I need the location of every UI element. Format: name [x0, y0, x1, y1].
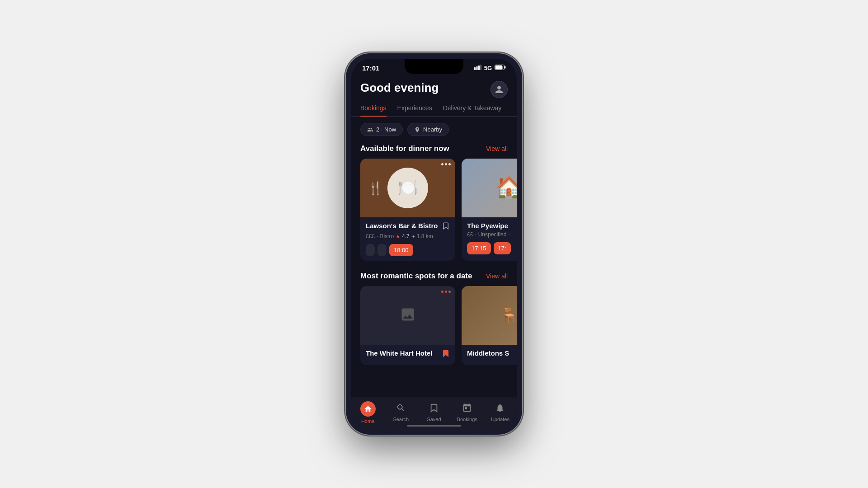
- dinner-section-header: Available for dinner now View all: [351, 142, 517, 159]
- main-content: Good evening Bookings Experiences Delive…: [351, 74, 517, 429]
- svg-rect-2: [478, 66, 480, 70]
- lawsons-plate: [387, 168, 428, 208]
- party-filter-label: 2 · Now: [376, 126, 396, 133]
- pyewipe-price: ££: [467, 231, 473, 238]
- middletons-body: Middletons S: [462, 345, 517, 363]
- lawsons-name-row: Lawson's Bar & Bistro: [366, 222, 450, 231]
- pyewipe-name-row: The Pyewipe: [467, 222, 517, 230]
- location-filter[interactable]: Nearby: [407, 123, 449, 136]
- romantic-section-header: Most romantic spots for a date View all: [351, 270, 517, 286]
- lawsons-star: ★: [396, 234, 400, 239]
- nav-updates-label: Updates: [491, 417, 509, 422]
- home-icon-container: [360, 401, 376, 417]
- tab-experiences[interactable]: Experiences: [397, 104, 432, 116]
- svg-rect-1: [476, 66, 477, 70]
- search-icon: [396, 403, 406, 413]
- tab-delivery[interactable]: Delivery & Takeaway: [443, 104, 502, 116]
- pyewipe-time-1[interactable]: 17:15: [467, 242, 491, 254]
- network-label: 5G: [484, 65, 492, 71]
- filter-chips: 2 · Now Nearby: [351, 117, 517, 142]
- status-time: 17:01: [362, 64, 379, 72]
- whitehart-image: [360, 286, 455, 345]
- nav-bookings[interactable]: Bookings: [451, 403, 484, 425]
- svg-rect-6: [495, 66, 503, 70]
- lawsons-image: 🍴: [360, 159, 455, 217]
- lawsons-bookmark[interactable]: [442, 222, 450, 231]
- home-indicator: [407, 425, 461, 427]
- dinner-section-title: Available for dinner now: [360, 144, 449, 153]
- lawsons-rating: 4.7: [402, 233, 410, 239]
- pyewipe-time-2[interactable]: 17:: [494, 242, 511, 254]
- whitehart-more-dots[interactable]: [441, 291, 451, 293]
- lawsons-category: Bistro: [380, 233, 394, 239]
- bookings-icon: [462, 403, 472, 413]
- romantic-section-title: Most romantic spots for a date: [360, 272, 472, 281]
- updates-icon: [495, 403, 505, 413]
- pyewipe-times: 17:15 17:: [467, 242, 517, 254]
- status-icons: 5G: [474, 65, 506, 71]
- fork-knife-icon: 🍴: [368, 181, 383, 196]
- home-icon: [364, 405, 372, 413]
- search-icon-container: [396, 403, 406, 415]
- pyewipe-category: Unspecified: [478, 231, 507, 238]
- notch: [405, 59, 463, 74]
- phone-frame: 17:01 5G Good evening: [346, 53, 522, 435]
- people-icon: [367, 127, 373, 133]
- lawsons-time-2[interactable]: [377, 244, 387, 256]
- nav-saved[interactable]: Saved: [417, 403, 450, 425]
- nav-saved-label: Saved: [427, 417, 441, 422]
- pyewipe-name: The Pyewipe: [467, 222, 508, 230]
- middletons-name: Middletons S: [467, 349, 509, 357]
- nav-home[interactable]: Home: [351, 401, 384, 427]
- phone-screen: 17:01 5G Good evening: [351, 59, 517, 429]
- whitehart-name-row: The White Hart Hotel: [366, 349, 450, 359]
- middletons-image: 🪑: [462, 286, 517, 345]
- updates-icon-container: [495, 403, 505, 415]
- pyewipe-meta: ££ · Unspecified ·: [467, 231, 517, 238]
- romantic-cards-row: The White Hart Hotel 🪑: [351, 286, 517, 374]
- signal-icon: [474, 65, 481, 71]
- nav-updates[interactable]: Updates: [484, 403, 517, 425]
- lawsons-times: 18:00: [366, 244, 450, 256]
- nav-search[interactable]: Search: [384, 403, 417, 425]
- image-placeholder-icon: [400, 306, 416, 324]
- profile-button[interactable]: [491, 81, 508, 98]
- romantic-view-all[interactable]: View all: [486, 272, 508, 280]
- header: Good evening: [351, 74, 517, 98]
- greeting-text: Good evening: [360, 81, 439, 95]
- saved-icon: [429, 403, 439, 413]
- middletons-card[interactable]: 🪑 Middletons S: [462, 286, 517, 365]
- location-icon: [414, 127, 420, 133]
- nav-home-label: Home: [361, 418, 374, 424]
- dinner-view-all[interactable]: View all: [486, 145, 508, 152]
- pyewipe-image: 🏠: [462, 159, 517, 217]
- whitehart-name: The White Hart Hotel: [366, 349, 433, 357]
- lawsons-time-3[interactable]: 18:00: [389, 244, 413, 256]
- lawsons-price: £££: [366, 233, 375, 239]
- lawsons-card[interactable]: 🍴 Lawson's Bar & Bistro: [360, 159, 455, 261]
- nav-tabs: Bookings Experiences Delivery & Takeaway: [351, 98, 517, 117]
- party-filter[interactable]: 2 · Now: [360, 123, 403, 136]
- pyewipe-card[interactable]: 🏠 The Pyewipe ££ · Unspecified: [462, 159, 517, 261]
- lawsons-meta: £££ · Bistro ★ 4.7 ✈ 1.8 km: [366, 233, 450, 239]
- whitehart-bookmark[interactable]: [442, 349, 450, 359]
- location-filter-label: Nearby: [423, 126, 442, 133]
- nav-search-label: Search: [393, 417, 409, 422]
- dinner-cards-row: 🍴 Lawson's Bar & Bistro: [351, 159, 517, 270]
- saved-icon-container: [429, 403, 439, 415]
- svg-rect-3: [480, 65, 481, 70]
- svg-rect-0: [474, 67, 476, 70]
- pyewipe-body: The Pyewipe ££ · Unspecified · 17:15 17:: [462, 217, 517, 259]
- battery-icon: [495, 65, 506, 71]
- middletons-img-content: 🪑: [500, 307, 517, 324]
- whitehart-card[interactable]: The White Hart Hotel: [360, 286, 455, 365]
- middletons-name-row: Middletons S: [467, 349, 517, 357]
- nav-bookings-label: Bookings: [457, 417, 477, 422]
- pyewipe-building: 🏠: [495, 175, 517, 201]
- more-options-dots[interactable]: [441, 163, 451, 165]
- lawsons-time-1[interactable]: [366, 244, 375, 256]
- lawsons-body: Lawson's Bar & Bistro £££ · Bistro ★ 4.7: [360, 217, 455, 261]
- lawsons-name: Lawson's Bar & Bistro: [366, 222, 438, 230]
- whitehart-body: The White Hart Hotel: [360, 345, 455, 365]
- tab-bookings[interactable]: Bookings: [360, 104, 387, 116]
